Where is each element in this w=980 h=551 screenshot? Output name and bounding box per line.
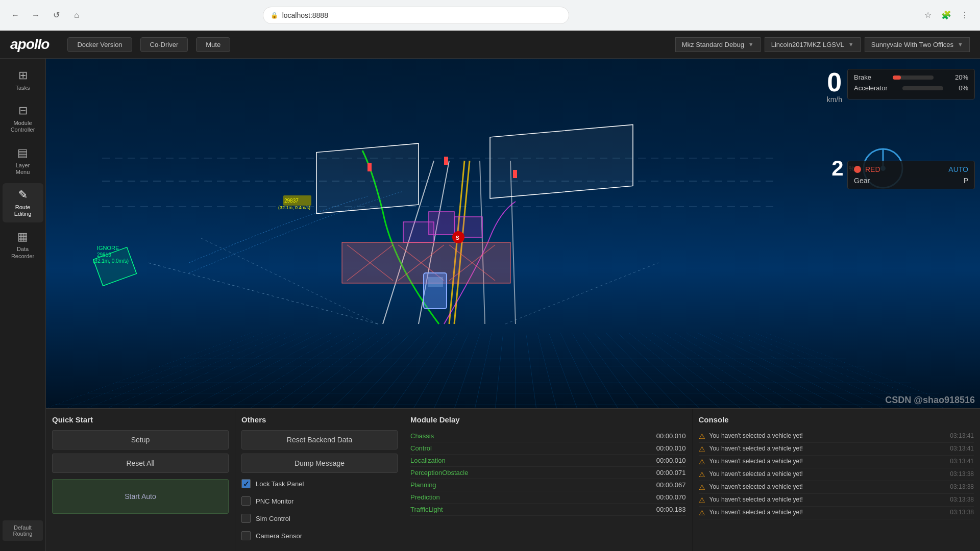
console-title: Console bbox=[699, 415, 974, 424]
camera-sensor-checkbox[interactable] bbox=[241, 531, 251, 540]
console-row: ⚠ You haven't selected a vehicle yet! 03… bbox=[699, 481, 974, 494]
brake-label: Brake bbox=[854, 73, 871, 81]
browser-right-icons: ☆ 🧩 ⋮ bbox=[921, 8, 972, 22]
delay-row: TrafficLight 00:00.183 bbox=[410, 504, 686, 516]
quick-start-panel: Quick Start Setup Reset All Start Auto bbox=[46, 409, 235, 551]
others-panel: Others Reset Backend Data Dump Message ✓… bbox=[235, 409, 404, 551]
checkbox-pnc: PNC Monitor bbox=[241, 494, 398, 508]
sidebar-item-label: DataRecorder bbox=[11, 246, 34, 259]
start-auto-button[interactable]: Start Auto bbox=[52, 479, 229, 514]
svg-rect-12 bbox=[429, 212, 454, 235]
brake-bar bbox=[893, 76, 901, 80]
speed-unit: km/h bbox=[827, 95, 842, 104]
tasks-icon: ⊞ bbox=[18, 69, 28, 82]
sidebar-item-tasks[interactable]: ⊞ Tasks bbox=[3, 64, 43, 96]
console-time: 03:13:38 bbox=[950, 496, 974, 503]
accel-value: 0% bbox=[959, 84, 968, 92]
reload-button[interactable]: ↺ bbox=[49, 8, 63, 22]
svg-rect-22 bbox=[428, 277, 443, 287]
others-title: Others bbox=[241, 415, 398, 424]
bookmark-button[interactable]: ☆ bbox=[921, 8, 935, 22]
delay-row: Control 00:00.010 bbox=[410, 442, 686, 455]
accel-row: Accelerator 0% bbox=[854, 84, 968, 92]
pnc-monitor-label: PNC Monitor bbox=[256, 497, 293, 505]
delay-name: Localization bbox=[410, 457, 446, 464]
sidebar-item-label: RouteEditing bbox=[14, 204, 32, 217]
delay-value: 00:00.010 bbox=[656, 457, 686, 464]
vehicle-select[interactable]: Lincoln2017MKZ LGSVL ▼ bbox=[765, 37, 861, 52]
lock-task-checkbox[interactable]: ✓ bbox=[241, 479, 251, 488]
delay-row: Localization 00:00.010 bbox=[410, 455, 686, 467]
reset-all-button[interactable]: Reset All bbox=[52, 454, 229, 473]
sim-control-checkbox[interactable] bbox=[241, 514, 251, 523]
3d-view[interactable]: S IGNORE 29813 (32.1m, 0.0m/s) bbox=[46, 59, 980, 408]
console-row: ⚠ You haven't selected a vehicle yet! 03… bbox=[699, 430, 974, 443]
checkbox-camera: Camera Sensor bbox=[241, 529, 398, 542]
status-label: RED bbox=[865, 165, 944, 173]
warning-icon: ⚠ bbox=[699, 496, 705, 504]
app-container: apollo Docker Version Co-Driver Mute Mkz… bbox=[0, 31, 980, 551]
delay-name: Control bbox=[410, 444, 432, 452]
back-button[interactable]: ← bbox=[8, 8, 22, 22]
console-time: 03:13:38 bbox=[950, 470, 974, 478]
sidebar-item-label: ModuleController bbox=[11, 120, 35, 133]
status-indicator bbox=[854, 166, 861, 173]
delay-value: 00:00.070 bbox=[656, 493, 686, 501]
svg-text:(32.1m, 0.0m/s): (32.1m, 0.0m/s) bbox=[93, 258, 129, 264]
map-select[interactable]: Sunnyvale With Two Offices ▼ bbox=[865, 37, 970, 52]
mute-button[interactable]: Mute bbox=[196, 37, 230, 52]
console-message: You haven't selected a vehicle yet! bbox=[709, 445, 946, 452]
accel-bar-bg bbox=[902, 86, 943, 90]
menu-button[interactable]: ⋮ bbox=[958, 8, 972, 22]
speed-display: 0 km/h bbox=[827, 69, 842, 104]
gear-row: Gear P bbox=[854, 177, 968, 185]
bottom-panels: Quick Start Setup Reset All Start Auto O… bbox=[46, 408, 980, 551]
viz-area: S IGNORE 29813 (32.1m, 0.0m/s) bbox=[46, 59, 980, 551]
module-delay-panel: Module Delay Chassis 00:00.010Control 00… bbox=[404, 409, 692, 551]
chevron-down-icon: ▼ bbox=[958, 41, 963, 47]
select-group: Mkz Standard Debug ▼ Lincoln2017MKZ LGSV… bbox=[675, 37, 970, 52]
home-button[interactable]: ⌂ bbox=[69, 8, 84, 22]
default-routing-btn[interactable]: DefaultRouting bbox=[3, 520, 43, 541]
brake-row: Brake 20% bbox=[854, 73, 968, 81]
gear-value: P bbox=[964, 177, 968, 185]
lock-icon: 🔒 bbox=[271, 12, 278, 19]
sidebar-item-module-controller[interactable]: ⊟ ModuleController bbox=[3, 99, 43, 138]
hud-brake-accel-panel: Brake 20% Accelerator 0% bbox=[847, 69, 975, 99]
delay-row: PerceptionObstacle 00:00.071 bbox=[410, 467, 686, 479]
docker-version-button[interactable]: Docker Version bbox=[67, 37, 132, 52]
status-row: RED AUTO bbox=[854, 165, 968, 173]
extensions-button[interactable]: 🧩 bbox=[939, 8, 953, 22]
forward-button[interactable]: → bbox=[29, 8, 43, 22]
address-bar[interactable]: 🔒 localhost:8888 bbox=[263, 7, 569, 24]
dump-message-button[interactable]: Dump Message bbox=[241, 454, 398, 473]
reset-backend-button[interactable]: Reset Backend Data bbox=[241, 430, 398, 449]
warning-icon: ⚠ bbox=[699, 470, 705, 479]
setup-button[interactable]: Setup bbox=[52, 430, 229, 449]
url-text: localhost:8888 bbox=[282, 11, 328, 19]
sidebar-item-route-editing[interactable]: ✎ RouteEditing bbox=[3, 183, 43, 222]
svg-rect-10 bbox=[490, 124, 633, 198]
speed-value: 0 bbox=[827, 69, 842, 95]
road-scene-svg: S IGNORE 29813 (32.1m, 0.0m/s) bbox=[46, 59, 980, 408]
svg-text:(32.1m, 0.4m/s): (32.1m, 0.4m/s) bbox=[278, 205, 310, 210]
console-row: ⚠ You haven't selected a vehicle yet! 03… bbox=[699, 494, 974, 507]
console-message: You haven't selected a vehicle yet! bbox=[709, 432, 946, 439]
svg-rect-30 bbox=[368, 163, 372, 171]
svg-text:S: S bbox=[456, 235, 459, 241]
apollo-logo: apollo bbox=[10, 36, 49, 53]
sidebar-item-label: Tasks bbox=[15, 85, 30, 91]
delay-name: Planning bbox=[410, 481, 436, 489]
sidebar-item-data-recorder[interactable]: ▦ DataRecorder bbox=[3, 225, 43, 264]
console-time: 03:13:38 bbox=[950, 483, 974, 490]
warning-icon: ⚠ bbox=[699, 445, 705, 453]
debug-select[interactable]: Mkz Standard Debug ▼ bbox=[675, 37, 761, 52]
module-delay-title: Module Delay bbox=[410, 415, 686, 424]
sidebar-item-layer-menu[interactable]: ▤ LayerMenu bbox=[3, 141, 43, 181]
pnc-monitor-checkbox[interactable] bbox=[241, 496, 251, 506]
svg-line-8 bbox=[505, 263, 658, 324]
console-panel: Console ⚠ You haven't selected a vehicle… bbox=[693, 409, 981, 551]
delay-row: Planning 00:00.067 bbox=[410, 479, 686, 491]
data-recorder-icon: ▦ bbox=[17, 230, 28, 243]
co-driver-button[interactable]: Co-Driver bbox=[140, 37, 188, 52]
